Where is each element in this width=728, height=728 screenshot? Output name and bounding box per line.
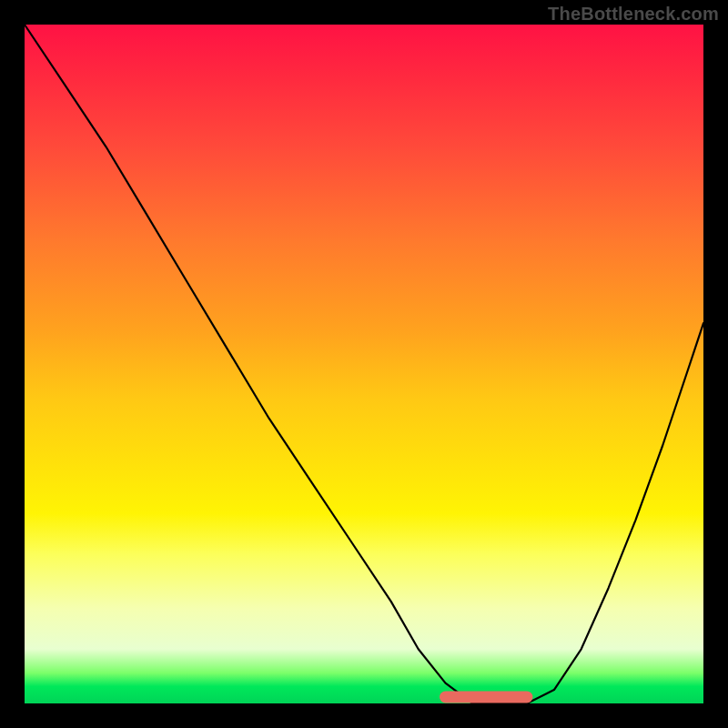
plot-area bbox=[25, 25, 703, 703]
chart-frame: TheBottleneck.com bbox=[0, 0, 728, 728]
bottleneck-curve-line bbox=[25, 25, 703, 703]
chart-svg bbox=[25, 25, 703, 703]
watermark-text: TheBottleneck.com bbox=[548, 4, 719, 25]
